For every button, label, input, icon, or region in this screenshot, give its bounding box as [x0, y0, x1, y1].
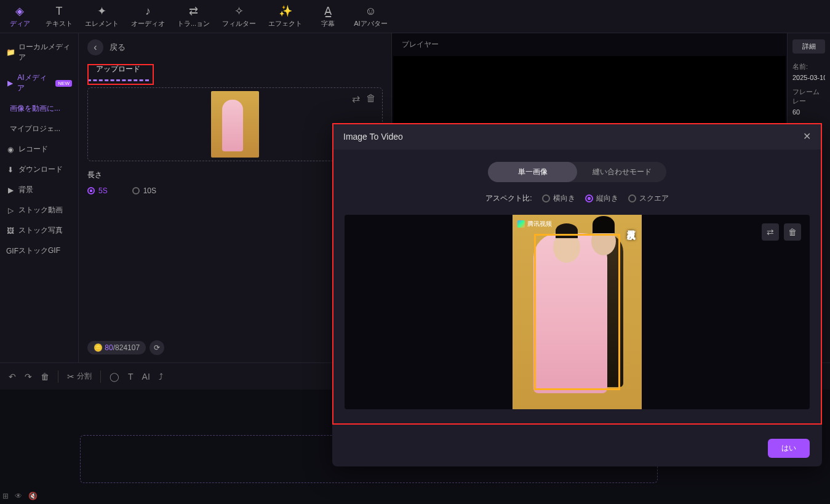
swap-icon: ⇄	[767, 227, 774, 237]
close-icon: ✕	[803, 131, 811, 142]
crop-handle-tr[interactable]	[612, 234, 620, 242]
image-to-video-modal: Image To Video ✕ 単一画像 縫い合わせモード アスペクト比: 横…	[332, 123, 822, 466]
modal-title: Image To Video	[343, 132, 403, 142]
aspect-landscape[interactable]: 横向き	[542, 193, 575, 204]
trash-icon: 🗑	[788, 227, 797, 237]
aspect-square[interactable]: スクエア	[628, 193, 669, 204]
radio-dot-icon	[585, 194, 593, 202]
aspect-portrait[interactable]: 縦向き	[585, 193, 618, 204]
aspect-portrait-label: 縦向き	[596, 193, 618, 204]
radio-circle-icon	[628, 194, 636, 202]
mode-stitch[interactable]: 縫い合わせモード	[577, 162, 666, 182]
aspect-landscape-label: 横向き	[553, 193, 575, 204]
aspect-label: アスペクト比:	[485, 193, 532, 204]
swap-image-button[interactable]: ⇄	[762, 223, 779, 241]
crop-handle-tl[interactable]	[534, 234, 543, 242]
modal-close-button[interactable]: ✕	[803, 130, 811, 142]
crop-handle-bl[interactable]	[534, 382, 543, 390]
tencent-icon	[517, 220, 525, 228]
aspect-square-label: スクエア	[639, 193, 669, 204]
preview-box: 腾讯视频 永夜星河 ⇄ 🗑	[345, 215, 810, 409]
preview-image[interactable]: 腾讯视频 永夜星河	[513, 215, 642, 409]
modal-backdrop: Image To Video ✕ 単一画像 縫い合わせモード アスペクト比: 横…	[0, 0, 830, 504]
mode-single[interactable]: 単一画像	[488, 162, 577, 182]
radio-circle-icon	[542, 194, 550, 202]
confirm-label: はい	[781, 444, 796, 452]
delete-image-button[interactable]: 🗑	[784, 223, 801, 241]
watermark: 腾讯视频	[517, 220, 552, 228]
crop-handle-br[interactable]	[612, 382, 620, 390]
crop-frame[interactable]	[534, 234, 620, 390]
mode-toggle: 単一画像 縫い合わせモード	[488, 162, 666, 182]
mode-single-label: 単一画像	[518, 167, 548, 176]
watermark-text: 腾讯视频	[527, 220, 552, 228]
mode-stitch-label: 縫い合わせモード	[593, 167, 652, 176]
confirm-button[interactable]: はい	[768, 439, 810, 458]
